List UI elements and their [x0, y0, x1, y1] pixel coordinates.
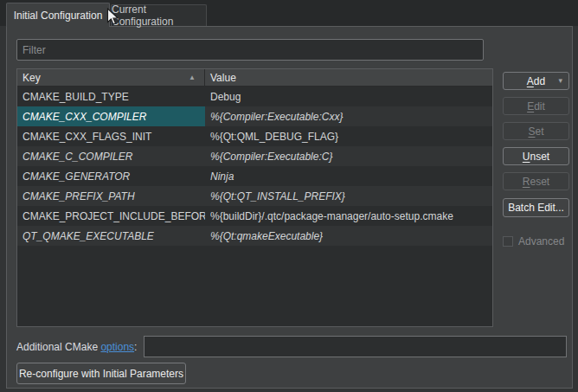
- additional-cmake-options-input[interactable]: [144, 336, 567, 357]
- table-row[interactable]: CMAKE_BUILD_TYPE Debug: [17, 87, 492, 106]
- table-row-selected[interactable]: CMAKE_CXX_COMPILER %{Compiler:Executable…: [17, 106, 492, 126]
- row-value[interactable]: %{Qt:QT_INSTALL_PREFIX}: [205, 186, 492, 206]
- row-key[interactable]: CMAKE_C_COMPILER: [17, 146, 205, 166]
- row-value[interactable]: %{Qt:qmakeExecutable}: [205, 226, 492, 246]
- tab-current-configuration[interactable]: Current Configuration: [111, 4, 207, 26]
- row-key[interactable]: CMAKE_GENERATOR: [17, 166, 205, 186]
- table-row[interactable]: CMAKE_PROJECT_INCLUDE_BEFORE %{buildDir}…: [17, 206, 492, 226]
- column-header-value[interactable]: Value: [205, 69, 492, 86]
- dropdown-arrow-icon: ▾: [558, 76, 562, 85]
- row-key[interactable]: QT_QMAKE_EXECUTABLE: [17, 226, 205, 246]
- row-key[interactable]: CMAKE_PROJECT_INCLUDE_BEFORE: [17, 206, 205, 226]
- batch-edit-button[interactable]: Batch Edit...: [503, 198, 569, 217]
- set-button: Set: [503, 122, 569, 140]
- checkbox-icon: [503, 236, 513, 247]
- reset-button: Reset: [503, 172, 569, 190]
- reconfigure-button[interactable]: Re-configure with Initial Parameters: [16, 363, 186, 384]
- table-row[interactable]: CMAKE_PREFIX_PATH %{Qt:QT_INSTALL_PREFIX…: [17, 186, 492, 206]
- table-row[interactable]: CMAKE_CXX_FLAGS_INIT %{Qt:QML_DEBUG_FLAG…: [17, 126, 492, 146]
- tab-initial-label: Initial Configuration: [14, 10, 103, 22]
- table-header: Key ▲ Value: [17, 69, 492, 87]
- add-button[interactable]: Add ▾: [503, 72, 569, 90]
- advanced-label: Advanced: [518, 235, 564, 247]
- row-key[interactable]: CMAKE_PREFIX_PATH: [17, 186, 205, 206]
- filter-input[interactable]: [16, 39, 484, 61]
- options-link[interactable]: options: [100, 341, 134, 353]
- row-key[interactable]: CMAKE_CXX_COMPILER: [17, 106, 205, 126]
- table-row[interactable]: CMAKE_C_COMPILER %{Compiler:Executable:C…: [17, 146, 492, 166]
- table-row[interactable]: QT_QMAKE_EXECUTABLE %{Qt:qmakeExecutable…: [17, 226, 492, 246]
- row-value[interactable]: %{Compiler:Executable:Cxx}: [205, 106, 492, 126]
- mouse-cursor-icon: [106, 8, 119, 26]
- sort-ascending-icon: ▲: [189, 74, 196, 81]
- advanced-checkbox: Advanced: [503, 235, 564, 248]
- cmake-configuration-panel: Initial Configuration Current Configurat…: [0, 0, 578, 392]
- additional-cmake-options-label: Additional CMake options:: [16, 341, 137, 353]
- row-value[interactable]: %{buildDir}/.qtc/package-manager/auto-se…: [205, 206, 492, 226]
- row-key[interactable]: CMAKE_BUILD_TYPE: [17, 87, 205, 106]
- unset-button[interactable]: Unset: [503, 147, 569, 165]
- row-value[interactable]: %{Qt:QML_DEBUG_FLAG}: [205, 126, 492, 146]
- row-value[interactable]: Ninja: [205, 166, 492, 186]
- table-row[interactable]: CMAKE_GENERATOR Ninja: [17, 166, 492, 186]
- column-header-key[interactable]: Key ▲: [17, 69, 205, 86]
- tab-current-label: Current Configuration: [112, 3, 206, 28]
- configuration-table: Key ▲ Value CMAKE_BUILD_TYPE Debug CMAKE…: [16, 68, 493, 327]
- tab-initial-configuration[interactable]: Initial Configuration: [6, 3, 110, 27]
- table-body: CMAKE_BUILD_TYPE Debug CMAKE_CXX_COMPILE…: [17, 87, 492, 246]
- row-value[interactable]: %{Compiler:Executable:C}: [205, 146, 492, 166]
- row-value[interactable]: Debug: [205, 87, 492, 106]
- edit-button: Edit: [503, 97, 569, 115]
- row-key[interactable]: CMAKE_CXX_FLAGS_INIT: [17, 126, 205, 146]
